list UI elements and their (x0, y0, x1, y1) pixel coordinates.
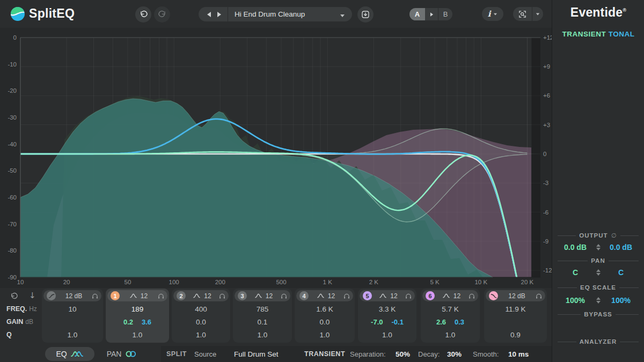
ab-compare-a-button[interactable]: A (409, 8, 425, 20)
band-badge[interactable]: 1 (111, 291, 120, 300)
band-solo-headphone-icon[interactable] (469, 291, 475, 301)
band-header[interactable]: 212 (173, 290, 229, 301)
band-badge[interactable]: 4 (299, 291, 309, 300)
band-q-value[interactable]: 1.0 (358, 331, 416, 339)
band-solo-headphone-icon[interactable] (281, 291, 287, 301)
tonal-label[interactable]: TONAL (609, 30, 635, 38)
band-solo-headphone-icon[interactable] (343, 291, 350, 301)
eq-scale-stepper[interactable] (596, 297, 601, 304)
band-freq-value[interactable]: 1.6 K (295, 305, 355, 313)
band-solo-headphone-icon[interactable] (92, 291, 98, 301)
band-slope-label[interactable]: 12 (453, 292, 460, 300)
band-freq-value[interactable]: 10 (42, 305, 103, 313)
pan-transient-value[interactable]: C (560, 268, 591, 277)
decay-value[interactable]: 30% (447, 346, 462, 362)
band-q-value[interactable]: 1.0 (42, 331, 103, 339)
band-header[interactable]: 312 (235, 290, 290, 301)
band-card-lowpass[interactable]: 12 dB11.9 K0.9 (484, 289, 547, 343)
info-button[interactable]: i (482, 7, 503, 21)
tab-eq[interactable]: EQ (45, 347, 94, 361)
band-freq-value[interactable]: 11.9 K (484, 305, 547, 313)
band-badge[interactable] (47, 291, 56, 300)
band-badge[interactable]: 2 (177, 291, 186, 300)
eq-scale-transient-value[interactable]: 100% (560, 296, 591, 305)
band-badge[interactable]: 6 (426, 291, 435, 300)
band-card-highpass[interactable]: 12 dB101.0 (42, 289, 103, 343)
band-gain-transient[interactable]: -7.0 (371, 318, 383, 326)
ab-copy-button[interactable] (425, 8, 438, 20)
band-gain-tonal[interactable]: 0.3 (455, 318, 464, 326)
collapse-strip-icon[interactable]: ↓ (29, 291, 36, 300)
band-solo-headphone-icon[interactable] (158, 291, 164, 301)
band-gain[interactable]: 0.1 (258, 318, 268, 326)
svg-text:500: 500 (276, 279, 286, 285)
band-header[interactable]: 412 (296, 290, 353, 301)
band-slope-label[interactable]: 12 dB (508, 292, 525, 300)
eq-graph[interactable]: 0-10-20-30-40-50-60-70-80-90+12+9+6+30-3… (0, 28, 552, 288)
band-solo-headphone-icon[interactable] (405, 291, 412, 301)
undo-button[interactable] (135, 6, 151, 23)
band-freq-value[interactable]: 400 (172, 305, 230, 313)
output-stepper[interactable] (596, 244, 601, 250)
band-solo-headphone-icon[interactable] (536, 291, 542, 301)
eq-scale-tonal-value[interactable]: 100% (605, 296, 636, 305)
band-card-2[interactable]: 2124000.01.0 (172, 289, 230, 343)
band-slope-label[interactable]: 12 dB (65, 292, 82, 300)
phase-invert-icon[interactable]: ∅ (611, 232, 617, 239)
band-freq-value[interactable]: 3.3 K (358, 305, 416, 313)
ab-compare-b-button[interactable]: B (438, 8, 452, 20)
band-badge[interactable]: 3 (238, 291, 247, 300)
save-preset-button[interactable] (357, 6, 374, 23)
band-card-6[interactable]: 6125.7 K2.60.31.0 (421, 289, 480, 343)
band-badge[interactable] (489, 291, 498, 300)
band-q-value[interactable]: 1.0 (106, 331, 169, 339)
band-header[interactable]: 512 (360, 290, 415, 301)
preset-name[interactable]: Hi End Drum Cleanup (228, 10, 340, 18)
resize-button[interactable] (513, 7, 543, 21)
band-card-1[interactable]: 1121890.23.61.0 (106, 289, 169, 343)
output-tonal-value[interactable]: 0.0 dB (605, 243, 636, 252)
band-header[interactable]: 12 dB (43, 290, 101, 301)
band-gain-tonal[interactable]: 3.6 (142, 318, 151, 326)
band-freq-value[interactable]: 5.7 K (421, 305, 480, 313)
band-q-value[interactable]: 1.0 (421, 331, 480, 339)
band-gain[interactable]: 0.0 (320, 318, 330, 326)
band-gain-tonal[interactable]: -0.1 (392, 318, 404, 326)
preset-prev-button[interactable] (199, 10, 216, 19)
band-card-3[interactable]: 3127850.11.0 (233, 289, 292, 343)
band-slope-label[interactable]: 12 (328, 292, 335, 300)
output-transient-value[interactable]: 0.0 dB (560, 243, 591, 252)
band-gain[interactable]: 0.0 (196, 318, 206, 326)
transient-label[interactable]: TRANSIENT (562, 30, 606, 38)
band-slope-label[interactable]: 12 (141, 292, 148, 300)
redo-button[interactable] (154, 6, 170, 23)
resize-caret-icon[interactable] (532, 13, 543, 16)
smooth-value[interactable]: 10 ms (508, 346, 529, 362)
band-card-4[interactable]: 4121.6 K0.01.0 (295, 289, 355, 343)
preset-next-button[interactable] (216, 10, 228, 19)
source-select[interactable]: Full Drum Set (234, 346, 279, 362)
band-slope-label[interactable]: 12 (390, 292, 397, 300)
band-gain-transient[interactable]: 2.6 (436, 318, 446, 326)
band-header[interactable]: 112 (107, 290, 167, 301)
band-q-value[interactable]: 1.0 (233, 331, 292, 339)
preset-dropdown-caret-icon[interactable] (340, 10, 352, 19)
band-freq-value[interactable]: 189 (106, 305, 169, 313)
tab-pan[interactable]: PAN (99, 347, 145, 361)
band-card-5[interactable]: 5123.3 K-7.0-0.11.0 (358, 289, 416, 343)
band-badge[interactable]: 5 (363, 291, 372, 300)
band-q-value[interactable]: 1.0 (295, 331, 355, 339)
band-slope-label[interactable]: 12 (266, 292, 273, 300)
band-gain-transient[interactable]: 0.2 (123, 318, 133, 326)
reset-bands-icon[interactable] (10, 291, 18, 301)
band-header[interactable]: 12 dB (486, 290, 545, 301)
band-slope-label[interactable]: 12 (204, 292, 211, 300)
pan-stepper[interactable] (596, 269, 601, 276)
band-q-value[interactable]: 0.9 (484, 331, 547, 339)
band-q-value[interactable]: 1.0 (172, 331, 230, 339)
band-solo-headphone-icon[interactable] (219, 291, 225, 301)
separation-value[interactable]: 50% (396, 346, 410, 362)
band-freq-value[interactable]: 785 (233, 305, 292, 313)
band-header[interactable]: 612 (422, 290, 478, 301)
pan-tonal-value[interactable]: C (605, 268, 636, 277)
